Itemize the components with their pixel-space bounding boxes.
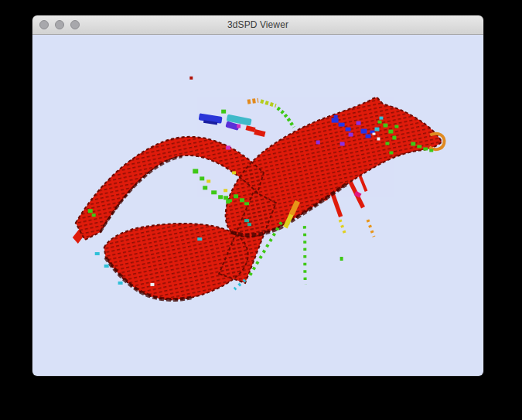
minimize-button[interactable]: [55, 20, 64, 29]
voxel-speck: [88, 209, 93, 213]
voxel-speck: [340, 257, 343, 261]
voxel-speck: [394, 125, 398, 128]
voxel-speck: [366, 135, 371, 138]
voxel-speck: [340, 142, 345, 146]
voxel-speck: [357, 121, 361, 125]
voxel-speck: [228, 199, 232, 202]
voxel-speck: [388, 130, 393, 134]
voxel-speck: [411, 142, 415, 146]
window-controls: [32, 20, 80, 29]
voxel-speck: [203, 186, 207, 190]
app-window: 3dSPD Viewer: [32, 15, 484, 377]
voxel-speck: [223, 196, 228, 200]
voxel-speck: [221, 110, 226, 114]
voxel-speck: [150, 283, 154, 286]
voxel-speck: [240, 198, 244, 202]
voxel-speck: [392, 136, 396, 140]
voxel-speck: [92, 213, 96, 217]
voxel-speck: [423, 147, 428, 150]
voxel-speck: [417, 145, 421, 149]
voxel-speck: [118, 282, 123, 285]
voxel-speck: [372, 133, 375, 135]
voxel-speck: [223, 189, 227, 192]
voxel-speck: [200, 176, 204, 180]
viewport-3d[interactable]: [32, 35, 483, 377]
voxel-speck: [316, 141, 320, 145]
window-titlebar[interactable]: 3dSPD Viewer: [32, 15, 483, 35]
voxel-speck: [95, 252, 100, 255]
voxel-speck: [429, 149, 433, 152]
voxel-speck: [346, 128, 351, 131]
voxel-speck: [374, 128, 379, 131]
voxel-speck: [193, 169, 198, 173]
voxel-speck: [211, 190, 217, 194]
voxel-speck: [377, 121, 381, 124]
voxel-speck: [234, 194, 238, 198]
voxel-speck: [206, 179, 210, 183]
window-title: 3dSPD Viewer: [32, 19, 483, 30]
voxel-speck: [232, 171, 236, 174]
voxel-speck: [385, 142, 389, 145]
voxel-speck: [349, 133, 353, 137]
voxel-speck: [334, 115, 338, 118]
voxel-speck: [104, 265, 109, 268]
voxel-speck: [244, 202, 249, 205]
stray-voxel-dot: [189, 77, 193, 80]
voxel-speck: [379, 117, 383, 120]
voxel-speck: [244, 219, 249, 222]
zoom-button[interactable]: [70, 20, 80, 29]
voxel-speck: [377, 138, 380, 141]
voxel-speck: [218, 195, 223, 199]
voxel-speck: [332, 118, 339, 123]
voxel-speck: [339, 123, 345, 127]
voxel-speck: [361, 129, 367, 134]
voxel-speck: [237, 125, 241, 128]
voxel-speck: [389, 151, 393, 154]
voxel-speck: [247, 223, 251, 226]
viewer-content: [32, 35, 483, 377]
voxel-speck: [226, 146, 230, 150]
voxel-speck: [383, 124, 387, 128]
close-button[interactable]: [39, 20, 49, 29]
voxel-speck: [197, 237, 202, 241]
